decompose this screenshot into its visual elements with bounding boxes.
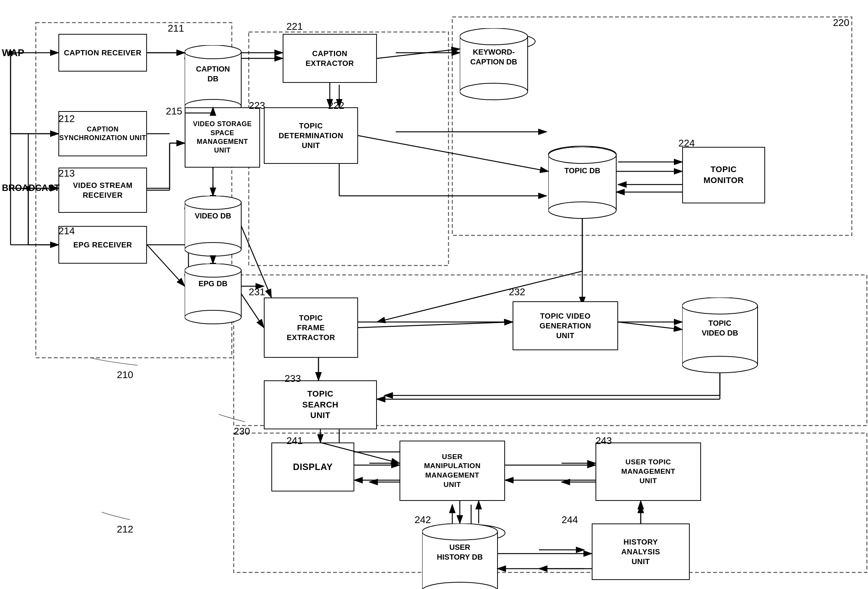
topic-frame-label: TOPICFRAMEEXTRACTOR: [287, 313, 335, 342]
video-db-label: VIDEO DB: [185, 211, 241, 221]
ref-222: 222: [328, 100, 344, 111]
ref-211: 211: [168, 23, 184, 34]
video-storage-block: VIDEO STORAGESPACEMANAGEMENTUNIT: [185, 107, 260, 168]
wap-label: WAP: [2, 47, 24, 59]
ref-220: 220: [833, 17, 849, 29]
topic-video-db-label: TOPICVIDEO DB: [682, 318, 758, 338]
ref-212b: 212: [117, 523, 133, 535]
svg-point-68: [185, 310, 241, 324]
ref-231: 231: [249, 286, 265, 298]
topic-video-db-cylinder: TOPICVIDEO DB: [682, 298, 758, 373]
svg-point-74: [548, 202, 616, 218]
video-storage-label: VIDEO STORAGESPACEMANAGEMENTUNIT: [193, 120, 252, 155]
user-history-db-label: USERHISTORY DB: [422, 542, 498, 562]
ref-213: 213: [58, 168, 75, 179]
topic-search-label: TOPICSEARCHUNIT: [302, 389, 338, 421]
topic-search-block: TOPICSEARCHUNIT: [264, 380, 377, 429]
svg-point-71: [460, 83, 528, 100]
display-block: DISPLAY: [271, 443, 354, 491]
epg-receiver-label: EPG RECEIVER: [73, 240, 132, 250]
svg-point-79: [422, 523, 498, 540]
ref-232: 232: [509, 286, 525, 298]
topic-db-label: TOPIC DB: [548, 166, 616, 175]
ref-221: 221: [286, 21, 303, 32]
keyword-caption-db-label: KEYWORD-CAPTION DB: [460, 47, 528, 67]
svg-point-73: [548, 147, 616, 163]
caption-receiver-block: CAPTION RECEIVER: [58, 34, 147, 72]
svg-point-67: [185, 264, 241, 277]
broadcast-label: BROADCAST: [2, 183, 60, 193]
svg-point-76: [682, 298, 758, 314]
caption-db-cylinder: CAPTIONDB: [185, 45, 241, 113]
topic-determination-label: TOPICDETERMINATIONUNIT: [279, 121, 343, 150]
caption-sync-label: CAPTION SYNCHRONIZATION UNIT: [59, 125, 146, 143]
user-manip-label: USERMANIPULATIONMANAGEMENTUNIT: [424, 452, 481, 490]
topic-monitor-block: TOPICMONITOR: [682, 147, 765, 203]
topic-db-cylinder: TOPIC DB: [548, 147, 616, 218]
topic-determination-block: TOPICDETERMINATIONUNIT: [264, 107, 358, 164]
history-analysis-label: HISTORYANALYSISUNIT: [621, 537, 660, 566]
ref-223: 223: [249, 100, 265, 111]
video-db-cylinder: VIDEO DB: [185, 196, 241, 256]
caption-extractor-block: CAPTIONEXTRACTOR: [283, 34, 377, 83]
user-topic-label: USER TOPICMANAGEMENTUNIT: [621, 458, 675, 485]
topic-monitor-label: TOPICMONITOR: [704, 164, 744, 186]
display-label: DISPLAY: [293, 461, 332, 473]
diagram: CAPTION RECEIVER CAPTION SYNCHRONIZATION…: [0, 0, 868, 589]
user-manip-block: USERMANIPULATIONMANAGEMENTUNIT: [400, 441, 505, 501]
svg-point-61: [185, 45, 241, 59]
epg-db-label: EPG DB: [185, 279, 241, 288]
svg-point-65: [185, 243, 241, 256]
user-topic-block: USER TOPICMANAGEMENTUNIT: [596, 443, 701, 501]
history-analysis-block: HISTORYANALYSISUNIT: [592, 523, 690, 580]
topic-frame-block: TOPICFRAMEEXTRACTOR: [264, 298, 358, 358]
epg-db-cylinder: EPG DB: [185, 264, 241, 324]
svg-point-70: [460, 28, 528, 45]
ref-224: 224: [678, 137, 695, 149]
svg-point-77: [682, 356, 758, 373]
ref-212a: 212: [58, 113, 75, 125]
ref-210: 210: [117, 369, 133, 381]
ref-242: 242: [415, 514, 431, 526]
ref-241: 241: [286, 435, 303, 447]
caption-db-label: CAPTIONDB: [185, 64, 241, 84]
svg-point-64: [185, 196, 241, 209]
ref-244: 244: [562, 514, 578, 526]
video-stream-label: VIDEO STREAM RECEIVER: [59, 180, 146, 200]
ref-233: 233: [285, 373, 301, 385]
user-history-db-cylinder: USERHISTORY DB: [422, 523, 498, 589]
topic-video-gen-label: TOPIC VIDEOGENERATIONUNIT: [540, 311, 591, 340]
caption-extractor-label: CAPTIONEXTRACTOR: [306, 49, 354, 68]
ref-230: 230: [234, 426, 250, 437]
ref-214: 214: [58, 225, 75, 237]
topic-video-gen-block: TOPIC VIDEOGENERATIONUNIT: [513, 301, 618, 350]
keyword-caption-db-cylinder: KEYWORD-CAPTION DB: [460, 28, 528, 100]
caption-receiver-label: CAPTION RECEIVER: [64, 48, 142, 58]
ref-215: 215: [166, 105, 182, 117]
ref-243: 243: [596, 435, 612, 447]
